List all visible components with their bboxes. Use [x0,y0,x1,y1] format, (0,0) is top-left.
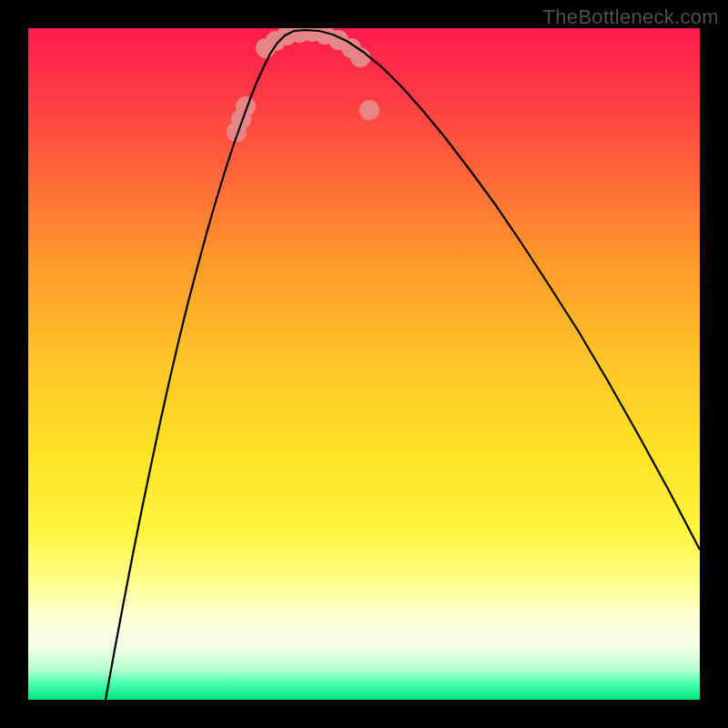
chart-svg [28,28,700,700]
plot-area [28,28,700,700]
marker-dot [359,100,379,120]
chart-frame: TheBottleneck.com [0,0,728,728]
gradient-background [28,28,700,700]
watermark-label: TheBottleneck.com [543,5,719,29]
